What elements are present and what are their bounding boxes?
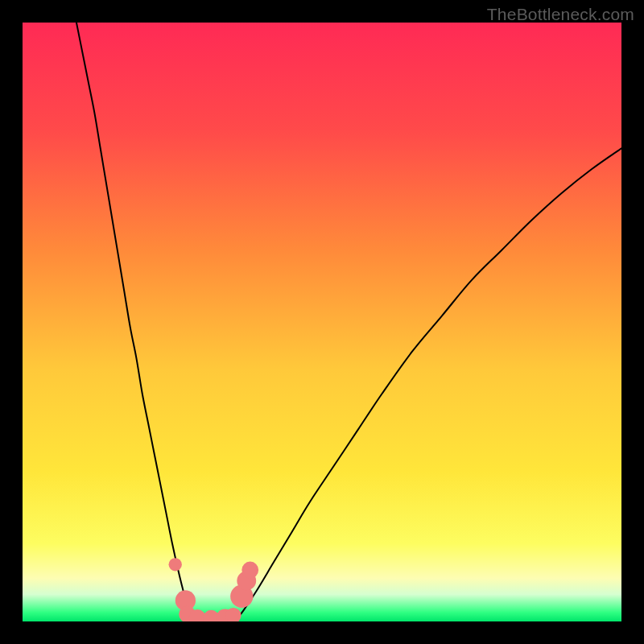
data-point-marker	[169, 558, 182, 571]
chart-frame: TheBottleneck.com	[0, 0, 644, 644]
data-point-marker	[242, 562, 258, 579]
bottleneck-chart	[23, 23, 621, 621]
watermark-text: TheBottleneck.com	[487, 5, 634, 24]
chart-background	[23, 23, 621, 621]
